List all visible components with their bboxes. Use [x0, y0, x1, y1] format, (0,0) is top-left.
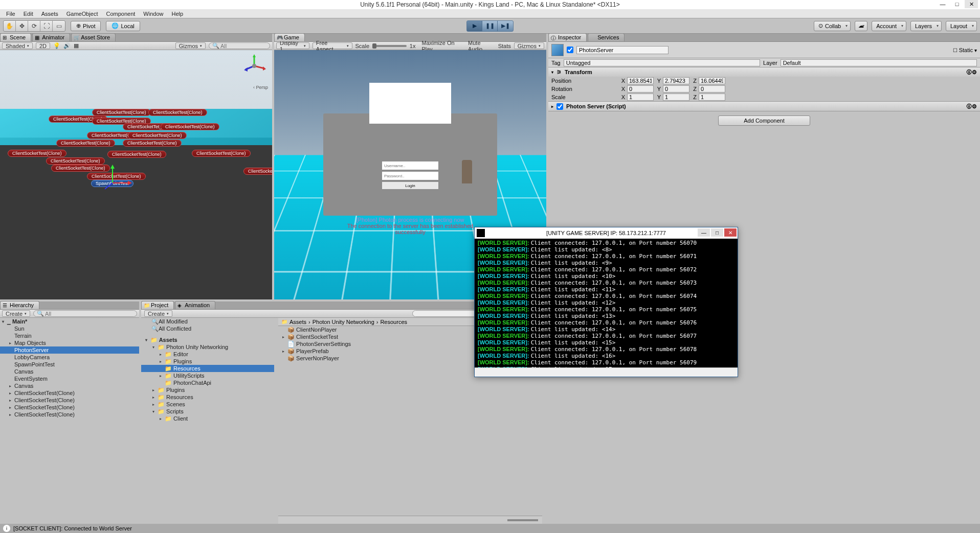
console-titlebar[interactable]: [UNITY GAME SERVER] IP: 58.173.212.1:777…: [475, 227, 738, 239]
scene-object-label[interactable]: ClientSocketTest(Clone): [92, 109, 151, 116]
position-y-field[interactable]: [663, 77, 689, 84]
hierarchy-item[interactable]: LobbyCamera: [0, 354, 139, 361]
move-tool-button[interactable]: ✥: [16, 21, 28, 31]
position-z-field[interactable]: [699, 77, 725, 84]
scene-object-label[interactable]: ClientSocketT: [243, 168, 272, 175]
menu-edit[interactable]: Edit: [19, 10, 37, 18]
step-button[interactable]: ▶❚: [498, 21, 513, 31]
tag-dropdown[interactable]: Untagged: [564, 59, 760, 66]
scene-search[interactable]: 🔍All: [209, 42, 270, 49]
play-button[interactable]: ▶: [467, 21, 482, 31]
gameobject-name-field[interactable]: [576, 46, 669, 54]
tab-scene[interactable]: ⊞Scene: [0, 33, 31, 41]
project-folder[interactable]: 📁 PhotonChatApi: [141, 379, 274, 386]
scene-object-label[interactable]: ClientSocketTest(Clone): [161, 123, 219, 130]
tab-project[interactable]: 📁Project: [141, 301, 174, 309]
rotation-z-field[interactable]: [699, 85, 725, 92]
add-component-button[interactable]: Add Component: [718, 115, 810, 126]
project-folder[interactable]: ▾📁 Scripts: [141, 408, 274, 415]
project-folder[interactable]: ▸📁 UtilityScripts: [141, 372, 274, 379]
scene-object-label[interactable]: ClientSocketTest(Clone): [192, 150, 251, 157]
script-enabled-checkbox[interactable]: [556, 103, 563, 110]
menu-help[interactable]: Help: [167, 10, 187, 18]
breadcrumb-segment[interactable]: Resources: [380, 319, 407, 325]
hand-tool-button[interactable]: ✋: [4, 21, 16, 31]
scale-tool-button[interactable]: ⛶: [40, 21, 53, 31]
tab-asset-store[interactable]: 🛒Asset Store: [71, 33, 116, 41]
hierarchy-item[interactable]: EventSystem: [0, 375, 139, 382]
hierarchy-tree[interactable]: ▾⎯ Main*SunTerrain▸Map ObjectsPhotonServ…: [0, 318, 139, 524]
rotate-tool-button[interactable]: ⟳: [28, 21, 40, 31]
component-menu-icon[interactable]: 🛈⚙: [966, 103, 977, 110]
aspect-dropdown[interactable]: Free Aspect: [313, 42, 352, 49]
scale-z-field[interactable]: [699, 94, 725, 101]
project-folder[interactable]: ▸📁 Plugins: [141, 386, 274, 393]
collab-dropdown[interactable]: ⊙ Collab: [814, 21, 851, 31]
gizmos-dropdown[interactable]: Gizmos: [175, 42, 206, 49]
game-gizmos-dropdown[interactable]: Gizmos: [514, 42, 544, 49]
component-menu-icon[interactable]: 🛈⚙: [966, 69, 977, 76]
stats-toggle[interactable]: Stats: [498, 43, 511, 49]
cloud-button[interactable]: ☁: [855, 21, 867, 31]
scale-slider[interactable]: [372, 45, 407, 47]
hierarchy-item[interactable]: SpawnPointTest: [0, 361, 139, 368]
login-button[interactable]: Login: [382, 182, 438, 189]
display-dropdown[interactable]: Display 1: [276, 42, 309, 49]
hierarchy-create-dropdown[interactable]: Create: [2, 310, 30, 317]
scene-object-label[interactable]: ClientSocketTest(Clone): [148, 109, 207, 116]
menu-component[interactable]: Component: [102, 10, 139, 18]
filter-all-conflicted[interactable]: 🔍 All Conflicted: [141, 325, 274, 332]
scale-x-field[interactable]: [627, 94, 654, 101]
project-folder[interactable]: ▾📁 Assets: [141, 336, 274, 343]
project-folder[interactable]: ▾📁 Photon Unity Networking: [141, 343, 274, 351]
project-folder[interactable]: ▸📁 Editor: [141, 351, 274, 358]
position-x-field[interactable]: [627, 77, 654, 84]
project-create-dropdown[interactable]: Create: [144, 310, 172, 317]
pivot-toggle[interactable]: ⊕ Pivot: [71, 21, 101, 31]
account-dropdown[interactable]: Account: [872, 21, 906, 31]
scene-object-label[interactable]: ClientSocketTest(Clone): [128, 132, 187, 139]
scene-object-label[interactable]: ClientSocketTest(Clone): [56, 140, 115, 147]
filter-all-modified[interactable]: 🔍 All Modified: [141, 318, 274, 325]
rotation-y-field[interactable]: [663, 85, 689, 92]
transform-gizmo[interactable]: [102, 163, 133, 193]
hierarchy-search[interactable]: 🔍All: [33, 310, 137, 317]
menu-window[interactable]: Window: [139, 10, 167, 18]
scene-object-label[interactable]: ClientSocketTest(Clone): [107, 151, 166, 158]
username-field[interactable]: [382, 161, 438, 170]
mode-2d-toggle[interactable]: 2D: [36, 42, 50, 49]
scene-object-label[interactable]: ClientSocketTest(Clone): [46, 157, 105, 165]
fx-icon[interactable]: ▦: [74, 42, 79, 49]
console-close-button[interactable]: ✕: [724, 228, 737, 237]
console-scrollbar[interactable]: [475, 367, 738, 377]
hierarchy-item[interactable]: ▸ClientSocketTest(Clone): [0, 411, 139, 418]
scene-viewport[interactable]: ClientSocketTest(Clone)ClientSocketTest(…: [0, 50, 272, 299]
hierarchy-item[interactable]: ▾⎯ Main*: [0, 318, 139, 325]
scale-y-field[interactable]: [663, 94, 689, 101]
layout-dropdown[interactable]: Layout: [946, 21, 977, 31]
project-folder[interactable]: ▸📁 Resources: [141, 393, 274, 401]
orientation-gizmo[interactable]: [241, 53, 267, 79]
window-minimize-button[interactable]: —: [936, 0, 949, 8]
project-folder[interactable]: 📁 Resources: [141, 365, 274, 372]
light-icon[interactable]: 💡: [53, 42, 60, 49]
tab-hierarchy[interactable]: ☰Hierarchy: [0, 301, 39, 309]
console-minimize-button[interactable]: —: [698, 228, 710, 237]
scene-object-label[interactable]: ClientSocketTest(Clone): [123, 140, 182, 147]
console-maximize-button[interactable]: □: [711, 228, 723, 237]
hierarchy-item[interactable]: ▸ClientSocketTest(Clone): [0, 389, 139, 397]
hierarchy-item[interactable]: PhotonServer: [0, 346, 139, 354]
project-zoom-slider[interactable]: [507, 519, 538, 521]
tab-game[interactable]: 🎮Game: [274, 33, 305, 41]
rect-tool-button[interactable]: ▭: [53, 21, 65, 31]
project-folder-tree[interactable]: 🔍 All Modified 🔍 All Conflicted ▾📁 Asset…: [141, 318, 274, 524]
hierarchy-item[interactable]: ▸ClientSocketTest(Clone): [0, 404, 139, 411]
pause-button[interactable]: ❚❚: [482, 21, 498, 31]
breadcrumb-segment[interactable]: Assets: [289, 319, 306, 325]
audio-icon[interactable]: 🔊: [63, 42, 71, 49]
hierarchy-item[interactable]: ▸Map Objects: [0, 339, 139, 346]
console-output[interactable]: [WORLD SERVER]: Client connected: 127.0.…: [475, 239, 738, 367]
layer-dropdown[interactable]: Default: [781, 59, 977, 66]
password-field[interactable]: [382, 172, 438, 180]
console-window[interactable]: [UNITY GAME SERVER] IP: 58.173.212.1:777…: [474, 227, 738, 377]
